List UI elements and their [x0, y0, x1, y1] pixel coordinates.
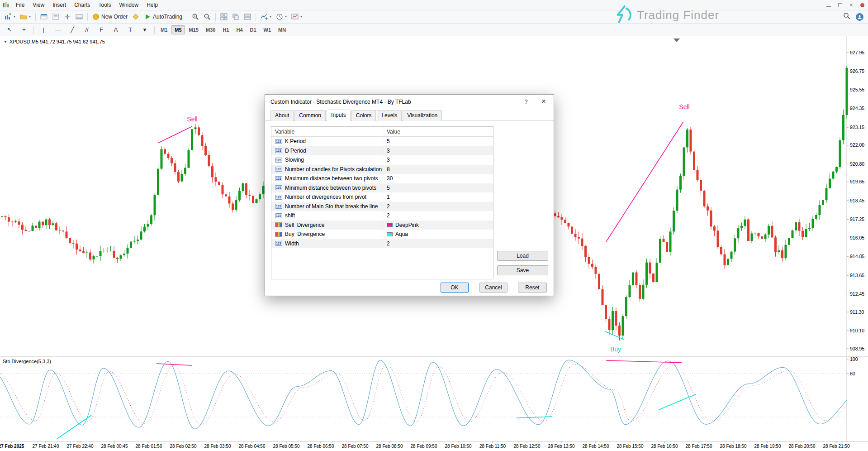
- param-value[interactable]: 1: [387, 194, 390, 200]
- param-value[interactable]: 2: [387, 203, 390, 210]
- timeframe-m5-button[interactable]: M5: [171, 25, 185, 34]
- price-divergence-line[interactable]: [605, 331, 624, 340]
- vertical-line-tool-button[interactable]: |: [36, 24, 51, 35]
- chart-window[interactable]: SellSellBuy927.95926.75925.55924.35923.1…: [0, 36, 868, 451]
- arrows-tool-button[interactable]: ▾: [138, 24, 152, 35]
- time-axis[interactable]: 27 Feb 202527 Feb 21:4027 Feb 22:4028 Fe…: [0, 441, 850, 449]
- menu-view[interactable]: View: [28, 0, 48, 10]
- autotrading-button[interactable]: AutoTrading: [142, 11, 185, 22]
- param-value[interactable]: 5: [387, 185, 390, 191]
- templates-button[interactable]: ▾: [289, 11, 304, 22]
- market-watch-button[interactable]: [38, 11, 50, 22]
- text-tool-button[interactable]: A: [109, 24, 123, 35]
- trendline-tool-button[interactable]: ╱: [65, 24, 80, 35]
- param-row-maximum-distance-between-two-pivots[interactable]: 123Maximum distance between two pivots30: [271, 174, 493, 183]
- minimize-button[interactable]: [826, 3, 831, 7]
- oscillator-divergence-line[interactable]: [157, 364, 192, 365]
- tab-levels[interactable]: Levels: [377, 110, 402, 121]
- text-label-tool-button[interactable]: T: [123, 24, 138, 35]
- new-chart-button[interactable]: ▾: [2, 11, 18, 22]
- param-value[interactable]: Aqua: [395, 231, 408, 237]
- equidistant-channel-tool-button[interactable]: //: [80, 24, 94, 35]
- param-row-sell-divergence[interactable]: Sell_DivergenceDeepPink: [271, 221, 493, 230]
- tab-about[interactable]: About: [270, 110, 294, 121]
- price-divergence-line[interactable]: [158, 126, 192, 143]
- menu-help[interactable]: Help: [142, 0, 162, 10]
- param-row-buy-divergence[interactable]: Buy_DivergenceAqua: [271, 230, 493, 239]
- timeframe-h1-button[interactable]: H1: [219, 25, 232, 34]
- close-window-button[interactable]: ×: [849, 3, 853, 7]
- dropdown-arrow-icon[interactable]: ▾: [270, 15, 271, 19]
- cursor-tool-button[interactable]: ↖: [2, 24, 17, 35]
- dropdown-arrow-icon[interactable]: ▾: [29, 15, 31, 19]
- timeframe-m15-button[interactable]: M15: [186, 25, 202, 34]
- cancel-button[interactable]: Cancel: [479, 283, 508, 293]
- param-value[interactable]: 30: [387, 175, 393, 182]
- oscillator-divergence-line[interactable]: [659, 394, 696, 410]
- reset-button[interactable]: Reset: [518, 283, 547, 293]
- timeframe-mn-button[interactable]: MN: [275, 25, 289, 34]
- zoom-in-button[interactable]: [190, 11, 201, 22]
- zoom-out-button[interactable]: [201, 11, 213, 22]
- param-value[interactable]: 8: [387, 166, 390, 173]
- price-axis[interactable]: 927.95926.75925.55924.35923.15922.00920.…: [847, 50, 864, 351]
- chart-shift-marker-icon[interactable]: [674, 38, 680, 42]
- tile-windows-button[interactable]: [218, 11, 230, 22]
- timeframe-m30-button[interactable]: M30: [203, 25, 218, 34]
- dropdown-arrow-icon[interactable]: ▾: [14, 15, 15, 19]
- param-row-minimum-distance-between-two-pivots[interactable]: 123Minimum distance between two pivots5: [271, 183, 493, 193]
- periods-button[interactable]: ▾: [274, 11, 289, 22]
- param-row-number-of-main-sto-that-break-the-line[interactable]: 123Number of Main Sto that break the lin…: [271, 202, 493, 211]
- horizontal-line-tool-button[interactable]: —: [51, 24, 65, 35]
- tab-colors[interactable]: Colors: [351, 110, 376, 121]
- param-row-k-period[interactable]: 123K Period5: [271, 137, 493, 146]
- navigator-button[interactable]: [62, 11, 73, 22]
- param-row-d-period[interactable]: 123D Period3: [271, 146, 493, 156]
- arrange-windows-button[interactable]: [242, 11, 253, 22]
- param-value[interactable]: 5: [387, 138, 390, 144]
- param-value[interactable]: 3: [387, 148, 390, 154]
- dropdown-arrow-icon[interactable]: ▾: [285, 15, 287, 19]
- timeframe-w1-button[interactable]: W1: [261, 25, 275, 34]
- profile-avatar[interactable]: [856, 13, 863, 21]
- profiles-button[interactable]: ▾: [18, 11, 33, 22]
- oscillator-divergence-line[interactable]: [57, 415, 91, 439]
- terminal-button[interactable]: [73, 11, 85, 22]
- indicators-button[interactable]: ▾: [258, 11, 274, 22]
- param-row-number-of-candles-for-pivots-calculation[interactable]: 123Number of candles for Pivots calculat…: [271, 165, 493, 174]
- dropdown-arrow-icon[interactable]: ▾: [300, 15, 302, 19]
- new-order-button[interactable]: New Order: [90, 11, 130, 22]
- tab-common[interactable]: Common: [294, 110, 326, 121]
- cascade-windows-button[interactable]: [230, 11, 242, 22]
- dialog-close-button[interactable]: ×: [539, 97, 548, 106]
- timeframe-m1-button[interactable]: M1: [157, 25, 171, 34]
- search-icon[interactable]: [843, 12, 850, 21]
- menu-window[interactable]: Window: [115, 0, 143, 10]
- param-row-number-of-divergences-from-pivot[interactable]: 123Number of divergences from pivot1: [271, 192, 493, 202]
- tab-visualization[interactable]: Visualization: [403, 110, 442, 121]
- param-value[interactable]: 3: [387, 157, 390, 163]
- load-button[interactable]: Load: [497, 251, 548, 261]
- symbol-collapse-arrow-icon[interactable]: ▼: [4, 40, 7, 44]
- menu-file[interactable]: File: [12, 0, 28, 10]
- metaeditor-button[interactable]: [130, 11, 142, 22]
- maximize-button[interactable]: [838, 3, 842, 7]
- timeframe-d1-button[interactable]: D1: [247, 25, 260, 34]
- data-window-button[interactable]: [50, 11, 62, 22]
- param-row-shift[interactable]: 123shift2: [271, 211, 493, 221]
- param-row-slowing[interactable]: 123Slowing3: [271, 155, 493, 165]
- oscillator-divergence-line[interactable]: [517, 417, 552, 418]
- timeframe-h4-button[interactable]: H4: [233, 25, 246, 34]
- param-value[interactable]: 2: [387, 240, 390, 247]
- menu-tools[interactable]: Tools: [95, 0, 115, 10]
- save-button[interactable]: Save: [497, 265, 548, 275]
- tab-inputs[interactable]: Inputs: [327, 110, 351, 121]
- fibonacci-tool-button[interactable]: F: [94, 24, 109, 35]
- help-button[interactable]: ?: [522, 98, 530, 105]
- param-row-width[interactable]: 123Width2: [271, 239, 493, 249]
- param-value[interactable]: DeepPink: [395, 222, 419, 228]
- dialog-title-bar[interactable]: Custom Indicator - Stochastic Divergence…: [265, 95, 554, 109]
- menu-insert[interactable]: Insert: [48, 0, 70, 10]
- price-divergence-line[interactable]: [606, 122, 683, 242]
- crosshair-tool-button[interactable]: +: [17, 24, 31, 35]
